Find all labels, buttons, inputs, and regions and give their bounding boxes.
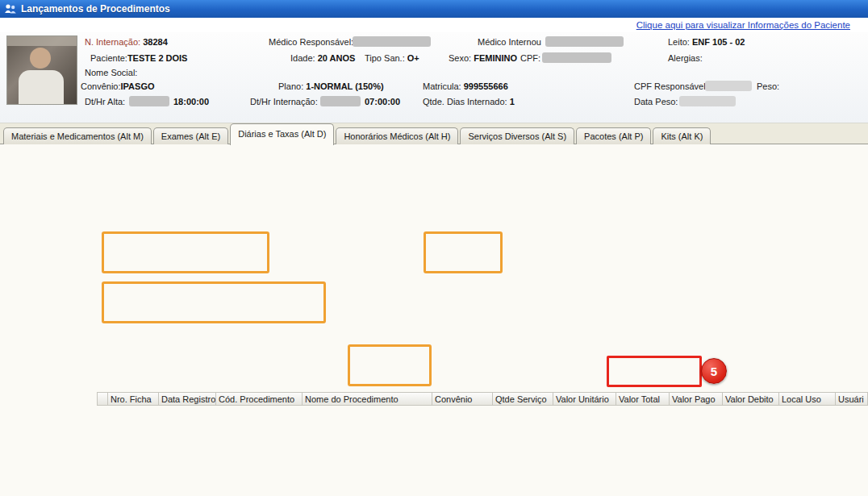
field-sexo: Sexo: FEMININO [449,53,517,63]
matricula-value: 999555666 [464,81,508,91]
dthr-alta-date-redacted [129,96,169,106]
field-matricula: Matricula: 999555666 [423,81,508,91]
dthr-internacao-label: Dt/Hr Internação: [250,97,318,106]
tab-diarias-taxas[interactable]: Diárias e Taxas (Alt D) [230,123,334,145]
field-n-internacao: N. Internação: 38284 [85,37,168,47]
grid-col-indicator [97,392,108,406]
paciente-label: Paciente: [90,53,127,63]
grid-col-nome-procedimento[interactable]: Nome do Procedimento [303,392,432,406]
grid-col-valor-unitario[interactable]: Valor Unitário [553,392,616,406]
tab-exames[interactable]: Exames (Alt E) [153,127,228,144]
patient-photo [6,35,77,105]
matricula-label: Matricula: [423,81,461,91]
cpf-redacted [542,52,611,63]
tab-kits[interactable]: Kits (Alt K) [653,127,711,144]
tipo-san-label: Tipo San.: [365,53,405,63]
app-people-icon [4,2,17,15]
grid-col-cod-procedimento[interactable]: Cód. Procedimento [216,392,303,406]
tab-content-panel [0,144,868,496]
cpf-responsavel-label: CPF Responsável: [634,81,708,91]
n-internacao-label: N. Internação: [85,37,140,47]
photo-person-body [19,70,64,105]
window-title: Lançamentos de Procedimentos [21,3,170,15]
dthr-alta-time: 18:00:00 [173,97,209,106]
sexo-value: FEMININO [474,53,517,63]
data-peso-redacted [679,96,736,106]
grid-col-valor-debito[interactable]: Valor Debito [723,392,779,406]
medico-responsavel-redacted [353,36,431,47]
grid-col-qtde-servico[interactable]: Qtde Serviço [493,392,553,406]
alergias-label: Alergias: [668,53,703,63]
plano-label: Plano: [278,81,303,91]
tab-servicos-diversos[interactable]: Serviços Diversos (Alt S) [460,127,574,144]
field-qtde-dias: Qtde. Dias Internado: 1 [423,97,515,106]
grid-col-local-uso[interactable]: Local Uso [779,392,836,406]
field-leito: Leito: ENF 105 - 02 [668,37,745,47]
qtde-dias-label: Qtde. Dias Internado: [423,97,507,106]
dthr-internacao-time: 07:00:00 [365,97,400,106]
tipo-san-value: O+ [407,53,419,63]
patient-info-link[interactable]: Clique aqui para visualizar Informações … [636,20,850,30]
field-plano: Plano: 1-NORMAL (150%) [278,81,384,91]
procedure-entry-window: Lançamentos de Procedimentos Clique aqui… [0,0,868,496]
field-convenio: Convênio:IPASGO [81,81,155,91]
leito-label: Leito: [668,37,690,47]
results-grid-header: Nro. Ficha Data Registro Cód. Procedimen… [97,392,868,406]
leito-value: ENF 105 - 02 [692,37,745,47]
data-peso-label: Data Peso: [634,97,678,106]
grid-col-convenio[interactable]: Convênio [432,392,493,406]
grid-col-usuario[interactable]: Usuári [836,392,868,406]
sexo-label: Sexo: [449,53,471,63]
tab-strip: Materiais e Medicamentos (Alt M) Exames … [3,123,712,144]
grid-col-valor-pago[interactable]: Valor Pago [670,392,723,406]
nome-social-label: Nome Social: [85,68,137,77]
photo-background [7,36,77,46]
photo-person-head [30,48,51,69]
dthr-alta-label: Dt/Hr Alta: [85,97,125,106]
medico-internou-label: Médico Internou [478,37,541,47]
field-idade: Idade: 20 ANOS [290,53,355,63]
paciente-value: TESTE 2 DOIS [127,53,188,63]
peso-label: Peso: [757,81,779,91]
field-paciente: Paciente:TESTE 2 DOIS [90,53,187,63]
cpf-responsavel-redacted [705,81,752,91]
plano-value: 1-NORMAL (150%) [306,81,383,91]
medico-responsavel-label: Médico Responsável: [269,37,353,47]
grid-col-valor-total[interactable]: Valor Total [616,392,670,406]
cpf-label: CPF: [520,53,540,63]
grid-col-nro-ficha[interactable]: Nro. Ficha [108,392,159,406]
idade-label: Idade: [290,53,315,63]
idade-value: 20 ANOS [318,53,356,63]
title-bar: Lançamentos de Procedimentos [0,0,868,18]
tab-materiais-medicamentos[interactable]: Materiais e Medicamentos (Alt M) [3,127,152,144]
grid-col-data-registro[interactable]: Data Registro [159,392,216,406]
convenio-header-value: IPASGO [121,81,155,91]
dthr-internacao-date-redacted [320,96,361,106]
annotation-step-badge: 5 [701,358,727,384]
medico-internou-redacted [545,36,624,47]
tab-pacotes[interactable]: Pacotes (Alt P) [576,127,651,144]
n-internacao-value: 38284 [143,37,168,47]
convenio-header-label: Convênio: [81,81,121,91]
tab-honorarios-medicos[interactable]: Honorários Médicos (Alt H) [336,127,458,144]
field-tipo-san: Tipo San.: O+ [365,53,419,63]
qtde-dias-value: 1 [510,97,515,106]
